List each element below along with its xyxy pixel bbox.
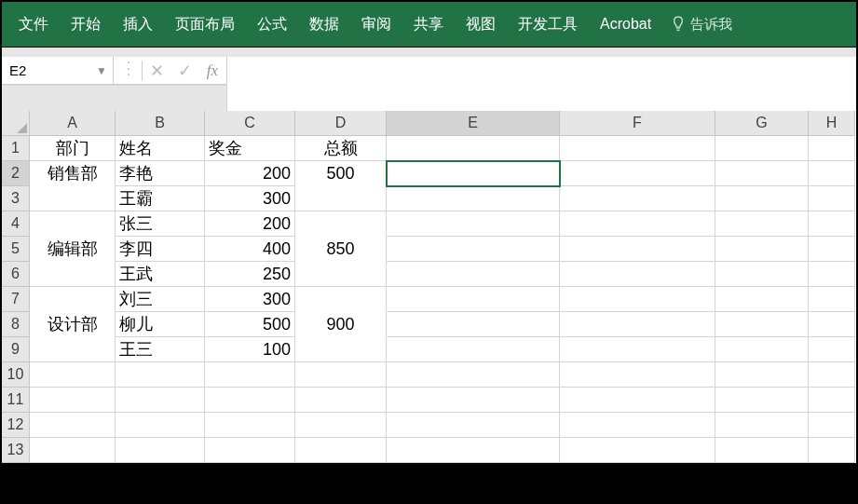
- cell-E2[interactable]: [387, 161, 560, 186]
- cell-F12[interactable]: [560, 413, 715, 438]
- cell-F9[interactable]: [560, 337, 715, 362]
- cell-C8[interactable]: 500: [205, 312, 295, 337]
- cell-F1[interactable]: [560, 136, 715, 161]
- col-header-B[interactable]: B: [116, 111, 205, 136]
- cell-E8[interactable]: [387, 312, 560, 337]
- cell-G7[interactable]: [715, 287, 809, 312]
- col-header-F[interactable]: F: [560, 111, 715, 136]
- cell-E1[interactable]: [387, 136, 560, 161]
- tab-acrobat[interactable]: Acrobat: [589, 2, 662, 47]
- cell-D2[interactable]: 500: [295, 161, 387, 186]
- cell-H10[interactable]: [809, 362, 855, 388]
- row-header-9[interactable]: 9: [2, 337, 30, 362]
- tell-me-search[interactable]: 告诉我: [662, 16, 742, 34]
- cell-D10[interactable]: [295, 362, 387, 388]
- cell-H4[interactable]: [809, 211, 855, 237]
- cell-A13[interactable]: [30, 438, 116, 463]
- row-header-3[interactable]: 3: [2, 186, 30, 211]
- cell-A7[interactable]: [30, 287, 116, 312]
- cell-C9[interactable]: 100: [205, 337, 295, 362]
- cell-D7[interactable]: [295, 287, 387, 312]
- cell-A11[interactable]: [30, 388, 116, 413]
- cell-A1[interactable]: 部门: [30, 136, 116, 161]
- name-box[interactable]: E2 ▼: [2, 57, 114, 85]
- cell-D11[interactable]: [295, 388, 387, 413]
- cell-G6[interactable]: [715, 262, 809, 287]
- cell-F5[interactable]: [560, 237, 715, 262]
- cell-G8[interactable]: [715, 312, 809, 337]
- cell-B4[interactable]: 张三: [116, 211, 205, 237]
- cell-D5[interactable]: 850: [295, 237, 387, 262]
- row-header-6[interactable]: 6: [2, 262, 30, 287]
- cell-E7[interactable]: [387, 287, 560, 312]
- cell-E11[interactable]: [387, 388, 560, 413]
- row-header-11[interactable]: 11: [2, 388, 30, 413]
- cell-F3[interactable]: [560, 186, 715, 211]
- cell-H12[interactable]: [809, 413, 855, 438]
- col-header-G[interactable]: G: [715, 111, 809, 136]
- cell-E6[interactable]: [387, 262, 560, 287]
- row-header-13[interactable]: 13: [2, 438, 30, 463]
- cell-G12[interactable]: [715, 413, 809, 438]
- cell-D9[interactable]: [295, 337, 387, 362]
- cell-E12[interactable]: [387, 413, 560, 438]
- cell-B2[interactable]: 李艳: [116, 161, 205, 186]
- row-header-10[interactable]: 10: [2, 362, 30, 388]
- cell-F13[interactable]: [560, 438, 715, 463]
- col-header-D[interactable]: D: [295, 111, 387, 136]
- tab-page-layout[interactable]: 页面布局: [164, 2, 246, 47]
- cell-H1[interactable]: [809, 136, 855, 161]
- cell-B7[interactable]: 刘三: [116, 287, 205, 312]
- cell-C5[interactable]: 400: [205, 237, 295, 262]
- cell-H3[interactable]: [809, 186, 855, 211]
- cell-F4[interactable]: [560, 211, 715, 237]
- cell-F8[interactable]: [560, 312, 715, 337]
- cell-C12[interactable]: [205, 413, 295, 438]
- cell-E9[interactable]: [387, 337, 560, 362]
- cell-C13[interactable]: [205, 438, 295, 463]
- cell-E4[interactable]: [387, 211, 560, 237]
- cell-H7[interactable]: [809, 287, 855, 312]
- cell-H5[interactable]: [809, 237, 855, 262]
- formula-enter-button[interactable]: ✓: [170, 57, 198, 85]
- cell-A3[interactable]: [30, 186, 116, 211]
- cell-H8[interactable]: [809, 312, 855, 337]
- tab-view[interactable]: 视图: [455, 2, 507, 47]
- cell-B6[interactable]: 王武: [116, 262, 205, 287]
- col-header-C[interactable]: C: [205, 111, 295, 136]
- cell-G4[interactable]: [715, 211, 809, 237]
- cell-D13[interactable]: [295, 438, 387, 463]
- cell-E13[interactable]: [387, 438, 560, 463]
- tab-home[interactable]: 开始: [60, 2, 112, 47]
- insert-function-button[interactable]: fx: [198, 57, 226, 85]
- cell-G3[interactable]: [715, 186, 809, 211]
- cell-B1[interactable]: 姓名: [116, 136, 205, 161]
- cell-C3[interactable]: 300: [205, 186, 295, 211]
- cell-A6[interactable]: [30, 262, 116, 287]
- cell-G11[interactable]: [715, 388, 809, 413]
- tab-share[interactable]: 共享: [402, 2, 455, 47]
- cell-A4[interactable]: [30, 211, 116, 237]
- cell-A12[interactable]: [30, 413, 116, 438]
- cell-G5[interactable]: [715, 237, 809, 262]
- cell-H11[interactable]: [809, 388, 855, 413]
- cell-C2[interactable]: 200: [205, 161, 295, 186]
- cell-B11[interactable]: [116, 388, 205, 413]
- cell-D6[interactable]: [295, 262, 387, 287]
- cell-B12[interactable]: [116, 413, 205, 438]
- tab-developer[interactable]: 开发工具: [507, 2, 589, 47]
- cell-G1[interactable]: [715, 136, 809, 161]
- cell-G9[interactable]: [715, 337, 809, 362]
- formula-input[interactable]: [226, 57, 856, 111]
- cell-B10[interactable]: [116, 362, 205, 388]
- name-box-expand[interactable]: ⋮: [114, 57, 142, 85]
- cell-A10[interactable]: [30, 362, 116, 388]
- cell-A8[interactable]: 设计部: [30, 312, 116, 337]
- cell-B13[interactable]: [116, 438, 205, 463]
- tab-review[interactable]: 审阅: [350, 2, 402, 47]
- cell-H2[interactable]: [809, 161, 855, 186]
- cell-C1[interactable]: 奖金: [205, 136, 295, 161]
- col-header-H[interactable]: H: [809, 111, 855, 136]
- cell-E3[interactable]: [387, 186, 560, 211]
- select-all-corner[interactable]: [2, 111, 30, 136]
